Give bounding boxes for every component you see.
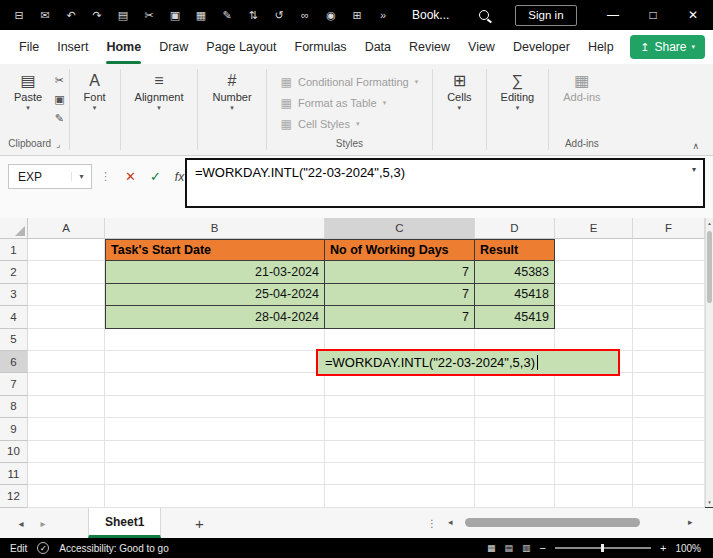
next-sheet-icon[interactable]: ▸ xyxy=(32,518,54,529)
cell-F10[interactable] xyxy=(633,441,705,463)
cell-B10[interactable] xyxy=(105,441,325,463)
share-button[interactable]: ↥ Share ▾ xyxy=(630,35,705,59)
cell-E4[interactable] xyxy=(555,306,633,328)
name-box[interactable]: EXP ▾ xyxy=(8,164,92,189)
column-header-A[interactable]: A xyxy=(28,218,105,239)
copy-icon[interactable]: ▣ xyxy=(162,0,188,30)
normal-view-icon[interactable]: ▦ xyxy=(487,543,496,553)
chart-icon[interactable]: ▦ xyxy=(188,0,214,30)
cell-E2[interactable] xyxy=(555,261,633,283)
cell-B4[interactable]: 28-04-2024 xyxy=(105,306,325,328)
cell-F5[interactable] xyxy=(633,329,705,351)
row-header-8[interactable]: 8 xyxy=(0,396,28,418)
cell-B12[interactable] xyxy=(105,485,325,507)
cell-F6[interactable] xyxy=(633,351,705,373)
cell-F2[interactable] xyxy=(633,261,705,283)
cell-D12[interactable] xyxy=(475,485,555,507)
formula-bar-expand-icon[interactable]: ▾ xyxy=(692,165,696,174)
cell-F1[interactable] xyxy=(633,239,705,261)
paste-button[interactable]: ▤ Paste ▾ xyxy=(4,67,52,125)
row-header-5[interactable]: 5 xyxy=(0,329,28,351)
cut-icon[interactable]: ✂ xyxy=(136,0,162,30)
tab-draw[interactable]: Draw xyxy=(150,30,197,64)
cell-E10[interactable] xyxy=(555,441,633,463)
cell-C8[interactable] xyxy=(325,396,475,418)
save-icon[interactable]: ⊟ xyxy=(6,0,32,30)
cell-E11[interactable] xyxy=(555,463,633,485)
cell-E3[interactable] xyxy=(555,284,633,306)
cell-F4[interactable] xyxy=(633,306,705,328)
row-header-6[interactable]: 6 xyxy=(0,351,28,373)
tab-review[interactable]: Review xyxy=(400,30,459,64)
tab-insert[interactable]: Insert xyxy=(48,30,97,64)
accessibility-status[interactable]: Accessibility: Good to go xyxy=(59,543,169,554)
cell-B6[interactable] xyxy=(105,351,325,373)
vertical-scroll-thumb[interactable] xyxy=(707,231,712,303)
tab-data[interactable]: Data xyxy=(356,30,400,64)
prev-sheet-icon[interactable]: ◂ xyxy=(10,518,32,529)
cell-C5[interactable] xyxy=(325,329,475,351)
tab-page-layout[interactable]: Page Layout xyxy=(197,30,285,64)
row-header-11[interactable]: 11 xyxy=(0,463,28,485)
undo-icon[interactable]: ↶ xyxy=(58,0,84,30)
scroll-left-icon[interactable]: ◂ xyxy=(448,517,453,527)
camera-icon[interactable]: ◉ xyxy=(318,0,344,30)
addins-button[interactable]: ▦ Add-ins xyxy=(553,67,610,105)
editing-cell[interactable]: =WORKDAY.INTL("22-03-2024",5,3) xyxy=(316,349,620,376)
cell-D2[interactable]: 45383 xyxy=(475,261,555,283)
scroll-up-icon[interactable]: ▴ xyxy=(706,220,713,226)
row-header-9[interactable]: 9 xyxy=(0,418,28,440)
zoom-in-icon[interactable]: + xyxy=(660,542,666,554)
cell-D3[interactable]: 45418 xyxy=(475,284,555,306)
cell-A4[interactable] xyxy=(28,306,105,328)
alignment-button[interactable]: ≡ Alignment ▾ xyxy=(125,67,194,114)
zoom-level[interactable]: 100% xyxy=(675,543,701,554)
link-icon[interactable]: ∞ xyxy=(292,0,318,30)
cell-F7[interactable] xyxy=(633,373,705,395)
cut-icon[interactable]: ✂ xyxy=(54,74,64,87)
cell-C2[interactable]: 7 xyxy=(325,261,475,283)
vertical-scrollbar[interactable]: ▴ ▾ xyxy=(705,218,713,507)
cell-D9[interactable] xyxy=(475,418,555,440)
font-button[interactable]: A Font ▾ xyxy=(74,67,116,114)
select-all-corner[interactable] xyxy=(0,218,28,239)
zoom-slider[interactable] xyxy=(555,547,651,549)
email-icon[interactable]: ✉ xyxy=(32,0,58,30)
row-header-2[interactable]: 2 xyxy=(0,261,28,283)
close-icon[interactable]: ✕ xyxy=(673,0,713,30)
cell-D1[interactable]: Result xyxy=(475,239,555,261)
tab-options-dots-icon[interactable]: ⋮ xyxy=(427,518,437,529)
minimize-icon[interactable]: — xyxy=(593,0,633,30)
copy-icon[interactable]: ▣ xyxy=(54,93,64,106)
cell-F3[interactable] xyxy=(633,284,705,306)
cell-B9[interactable] xyxy=(105,418,325,440)
undo-history-icon[interactable]: ↺ xyxy=(266,0,292,30)
collapse-ribbon-icon[interactable]: ∧ xyxy=(692,141,699,151)
cell-C12[interactable] xyxy=(325,485,475,507)
cells-button[interactable]: ⊞ Cells ▾ xyxy=(437,67,481,114)
cell-B3[interactable]: 25-04-2024 xyxy=(105,284,325,306)
cell-E7[interactable] xyxy=(555,373,633,395)
chevron-down-icon[interactable]: ▾ xyxy=(71,172,91,181)
ribbon-cell-styles-button[interactable]: ▦Cell Styles▾ xyxy=(281,117,419,131)
cell-A6[interactable] xyxy=(28,351,105,373)
enter-icon[interactable]: ✓ xyxy=(150,169,161,184)
row-header-12[interactable]: 12 xyxy=(0,485,28,507)
search-icon[interactable] xyxy=(479,10,489,20)
row-header-10[interactable]: 10 xyxy=(0,441,28,463)
cell-A8[interactable] xyxy=(28,396,105,418)
cell-D8[interactable] xyxy=(475,396,555,418)
dialog-launcher-icon[interactable]: ⌟ xyxy=(56,139,60,149)
cell-B7[interactable] xyxy=(105,373,325,395)
tab-help[interactable]: Help xyxy=(579,30,623,64)
cell-B5[interactable] xyxy=(105,329,325,351)
redo-icon[interactable]: ↷ xyxy=(84,0,110,30)
zoom-slider-thumb[interactable] xyxy=(601,544,604,552)
sort-icon[interactable]: ⇅ xyxy=(240,0,266,30)
horizontal-scroll-thumb[interactable] xyxy=(465,518,640,527)
insert-function-icon[interactable]: fx xyxy=(175,170,184,184)
tab-formulas[interactable]: Formulas xyxy=(286,30,356,64)
format-painter-icon[interactable]: ✎ xyxy=(54,112,64,125)
column-header-B[interactable]: B xyxy=(105,218,325,239)
sign-in-button[interactable]: Sign in xyxy=(515,5,576,26)
